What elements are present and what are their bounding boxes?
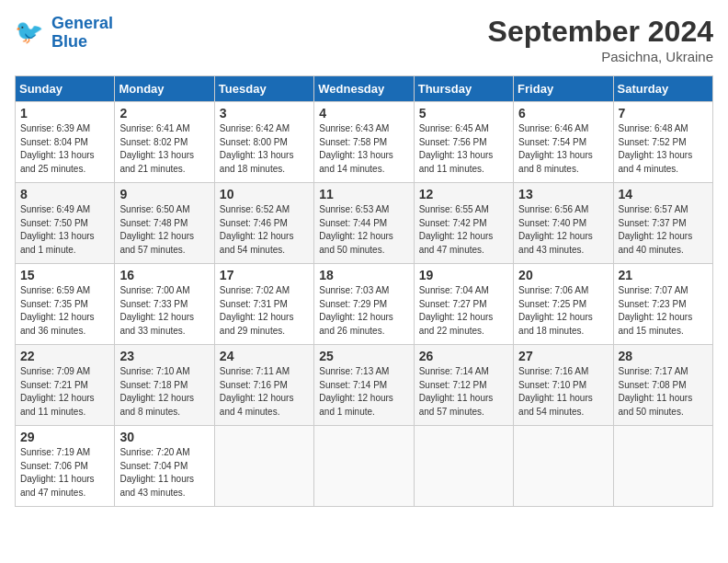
header-saturday: Saturday	[613, 76, 712, 102]
day-number: 11	[319, 187, 408, 201]
location-subtitle: Pasichna, Ukraine	[488, 49, 713, 64]
day-info: Sunrise: 6:42 AM Sunset: 8:00 PM Dayligh…	[220, 122, 309, 176]
day-info: Sunrise: 6:56 AM Sunset: 7:40 PM Dayligh…	[518, 203, 608, 257]
day-info: Sunrise: 6:48 AM Sunset: 7:52 PM Dayligh…	[619, 122, 708, 176]
day-number: 24	[220, 349, 309, 363]
calendar-cell: 9Sunrise: 6:50 AM Sunset: 7:48 PM Daylig…	[115, 183, 214, 264]
calendar-cell: 29Sunrise: 7:19 AM Sunset: 7:06 PM Dayli…	[16, 426, 115, 507]
day-number: 14	[619, 187, 708, 201]
day-info: Sunrise: 7:04 AM Sunset: 7:27 PM Dayligh…	[419, 284, 508, 338]
header-wednesday: Wednesday	[314, 76, 414, 102]
day-number: 3	[220, 106, 309, 121]
calendar-header-row: SundayMondayTuesdayWednesdayThursdayFrid…	[16, 76, 713, 102]
day-number: 18	[319, 268, 408, 282]
header-monday: Monday	[115, 76, 214, 102]
calendar-cell: 4Sunrise: 6:43 AM Sunset: 7:58 PM Daylig…	[314, 102, 414, 183]
day-info: Sunrise: 7:11 AM Sunset: 7:16 PM Dayligh…	[220, 365, 309, 419]
calendar-cell	[214, 426, 313, 507]
day-number: 1	[20, 106, 109, 121]
month-title: September 2024	[488, 15, 713, 49]
day-info: Sunrise: 6:39 AM Sunset: 8:04 PM Dayligh…	[20, 122, 109, 176]
calendar-cell: 10Sunrise: 6:52 AM Sunset: 7:46 PM Dayli…	[214, 183, 313, 264]
calendar-cell: 2Sunrise: 6:41 AM Sunset: 8:02 PM Daylig…	[115, 102, 214, 183]
calendar-cell: 15Sunrise: 6:59 AM Sunset: 7:35 PM Dayli…	[16, 264, 115, 345]
day-number: 20	[518, 268, 608, 282]
calendar-cell: 24Sunrise: 7:11 AM Sunset: 7:16 PM Dayli…	[214, 345, 313, 426]
calendar-cell	[314, 426, 414, 507]
calendar-cell: 1Sunrise: 6:39 AM Sunset: 8:04 PM Daylig…	[16, 102, 115, 183]
day-info: Sunrise: 6:45 AM Sunset: 7:56 PM Dayligh…	[419, 122, 508, 176]
day-number: 9	[119, 187, 209, 201]
day-number: 10	[220, 187, 309, 201]
calendar-cell: 8Sunrise: 6:49 AM Sunset: 7:50 PM Daylig…	[16, 183, 115, 264]
week-row-4: 22Sunrise: 7:09 AM Sunset: 7:21 PM Dayli…	[16, 345, 713, 426]
day-number: 7	[619, 106, 708, 121]
header-tuesday: Tuesday	[214, 76, 313, 102]
day-info: Sunrise: 6:49 AM Sunset: 7:50 PM Dayligh…	[20, 203, 109, 257]
day-info: Sunrise: 7:00 AM Sunset: 7:33 PM Dayligh…	[119, 284, 209, 338]
calendar-cell: 20Sunrise: 7:06 AM Sunset: 7:25 PM Dayli…	[514, 264, 613, 345]
day-number: 25	[319, 349, 408, 363]
calendar-cell: 28Sunrise: 7:17 AM Sunset: 7:08 PM Dayli…	[613, 345, 712, 426]
day-info: Sunrise: 7:02 AM Sunset: 7:31 PM Dayligh…	[220, 284, 309, 338]
day-info: Sunrise: 6:50 AM Sunset: 7:48 PM Dayligh…	[119, 203, 209, 257]
calendar-cell: 19Sunrise: 7:04 AM Sunset: 7:27 PM Dayli…	[414, 264, 513, 345]
week-row-2: 8Sunrise: 6:49 AM Sunset: 7:50 PM Daylig…	[16, 183, 713, 264]
day-number: 6	[518, 106, 608, 121]
calendar-cell: 5Sunrise: 6:45 AM Sunset: 7:56 PM Daylig…	[414, 102, 513, 183]
calendar-body: 1Sunrise: 6:39 AM Sunset: 8:04 PM Daylig…	[16, 102, 713, 507]
day-number: 29	[20, 430, 109, 444]
week-row-3: 15Sunrise: 6:59 AM Sunset: 7:35 PM Dayli…	[16, 264, 713, 345]
day-number: 23	[119, 349, 209, 363]
calendar-cell: 30Sunrise: 7:20 AM Sunset: 7:04 PM Dayli…	[115, 426, 214, 507]
page-header: 🐦 General Blue September 2024 Pasichna, …	[15, 15, 713, 64]
day-info: Sunrise: 6:52 AM Sunset: 7:46 PM Dayligh…	[220, 203, 309, 257]
header-thursday: Thursday	[414, 76, 513, 102]
day-info: Sunrise: 7:14 AM Sunset: 7:12 PM Dayligh…	[419, 365, 508, 419]
day-number: 21	[619, 268, 708, 282]
week-row-1: 1Sunrise: 6:39 AM Sunset: 8:04 PM Daylig…	[16, 102, 713, 183]
calendar-cell: 22Sunrise: 7:09 AM Sunset: 7:21 PM Dayli…	[16, 345, 115, 426]
day-info: Sunrise: 7:09 AM Sunset: 7:21 PM Dayligh…	[20, 365, 109, 419]
calendar-cell	[514, 426, 613, 507]
svg-text:🐦: 🐦	[15, 17, 44, 46]
day-info: Sunrise: 7:10 AM Sunset: 7:18 PM Dayligh…	[119, 365, 209, 419]
day-info: Sunrise: 7:16 AM Sunset: 7:10 PM Dayligh…	[518, 365, 608, 419]
calendar-cell: 27Sunrise: 7:16 AM Sunset: 7:10 PM Dayli…	[514, 345, 613, 426]
day-info: Sunrise: 6:57 AM Sunset: 7:37 PM Dayligh…	[619, 203, 708, 257]
day-number: 27	[518, 349, 608, 363]
day-number: 4	[319, 106, 408, 121]
logo-icon: 🐦	[15, 17, 48, 50]
day-info: Sunrise: 7:06 AM Sunset: 7:25 PM Dayligh…	[518, 284, 608, 338]
day-info: Sunrise: 6:59 AM Sunset: 7:35 PM Dayligh…	[20, 284, 109, 338]
day-number: 26	[419, 349, 508, 363]
week-row-5: 29Sunrise: 7:19 AM Sunset: 7:06 PM Dayli…	[16, 426, 713, 507]
day-number: 19	[419, 268, 508, 282]
day-info: Sunrise: 7:17 AM Sunset: 7:08 PM Dayligh…	[619, 365, 708, 419]
calendar-cell: 13Sunrise: 6:56 AM Sunset: 7:40 PM Dayli…	[514, 183, 613, 264]
calendar-cell: 3Sunrise: 6:42 AM Sunset: 8:00 PM Daylig…	[214, 102, 313, 183]
logo: 🐦 General Blue	[15, 15, 113, 52]
calendar-cell: 23Sunrise: 7:10 AM Sunset: 7:18 PM Dayli…	[115, 345, 214, 426]
day-info: Sunrise: 6:46 AM Sunset: 7:54 PM Dayligh…	[518, 122, 608, 176]
calendar-cell: 17Sunrise: 7:02 AM Sunset: 7:31 PM Dayli…	[214, 264, 313, 345]
calendar-cell: 12Sunrise: 6:55 AM Sunset: 7:42 PM Dayli…	[414, 183, 513, 264]
calendar-title-area: September 2024 Pasichna, Ukraine	[488, 15, 713, 64]
calendar-table: SundayMondayTuesdayWednesdayThursdayFrid…	[15, 75, 713, 507]
calendar-cell: 21Sunrise: 7:07 AM Sunset: 7:23 PM Dayli…	[613, 264, 712, 345]
day-number: 15	[20, 268, 109, 282]
day-info: Sunrise: 6:55 AM Sunset: 7:42 PM Dayligh…	[419, 203, 508, 257]
day-number: 16	[119, 268, 209, 282]
day-info: Sunrise: 7:07 AM Sunset: 7:23 PM Dayligh…	[619, 284, 708, 338]
day-number: 8	[20, 187, 109, 201]
day-number: 5	[419, 106, 508, 121]
day-info: Sunrise: 7:20 AM Sunset: 7:04 PM Dayligh…	[119, 446, 209, 500]
day-info: Sunrise: 7:03 AM Sunset: 7:29 PM Dayligh…	[319, 284, 408, 338]
day-info: Sunrise: 6:43 AM Sunset: 7:58 PM Dayligh…	[319, 122, 408, 176]
day-info: Sunrise: 7:13 AM Sunset: 7:14 PM Dayligh…	[319, 365, 408, 419]
calendar-cell: 26Sunrise: 7:14 AM Sunset: 7:12 PM Dayli…	[414, 345, 513, 426]
header-sunday: Sunday	[16, 76, 115, 102]
calendar-cell: 16Sunrise: 7:00 AM Sunset: 7:33 PM Dayli…	[115, 264, 214, 345]
day-number: 17	[220, 268, 309, 282]
day-number: 12	[419, 187, 508, 201]
